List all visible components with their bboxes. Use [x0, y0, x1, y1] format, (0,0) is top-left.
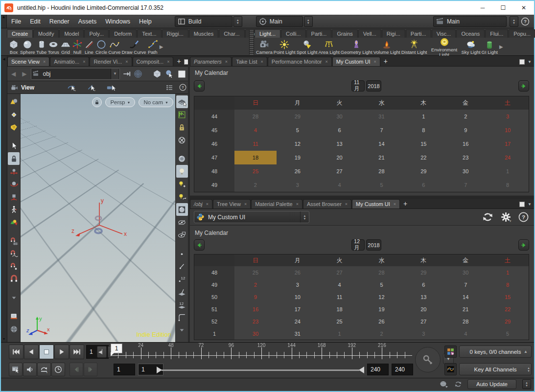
shelf-tab[interactable]: Parti...	[406, 29, 431, 38]
calendar-day-cell[interactable]: 4	[444, 327, 487, 340]
network-tab[interactable]: Material Palette×	[251, 199, 302, 208]
shelf-tool-torus[interactable]: Torus	[48, 39, 59, 55]
calendar-day-cell[interactable]: 8	[487, 178, 529, 192]
shelf-tool-tube[interactable]: Tube	[36, 39, 47, 55]
scene-tab[interactable]: Animatio...×	[50, 57, 89, 66]
shelf-tab[interactable]: Text...	[137, 29, 161, 38]
calendar-day-cell[interactable]: 5	[487, 327, 529, 340]
shelf-tab[interactable]: Create	[7, 29, 33, 38]
shelf-tool-gi-light[interactable]: GI Light	[482, 39, 498, 55]
calendar-day-cell[interactable]: 6	[402, 178, 444, 192]
calendar-day-cell[interactable]: 28	[234, 110, 277, 123]
shelf-tool-environment-light[interactable]: Environment Light	[428, 37, 461, 57]
calendar-day-cell[interactable]: 28	[361, 164, 403, 178]
playbar-options-icon[interactable]	[9, 363, 23, 376]
calendar-day-cell[interactable]: 15	[402, 137, 444, 151]
calendar-day-cell[interactable]: 26	[277, 266, 319, 278]
calendar-day-cell[interactable]: 12	[277, 137, 319, 151]
shelf-tool-point-light[interactable]: Point Light	[274, 39, 296, 55]
jump-end-button[interactable]	[70, 345, 84, 359]
update-mode-refresh-icon[interactable]	[454, 380, 463, 389]
sim-reset-icon[interactable]: ▾	[37, 363, 51, 376]
pin-icon[interactable]	[122, 69, 131, 78]
calendar-day-cell[interactable]: 28	[361, 266, 403, 278]
viewbar-help-icon[interactable]: ?	[179, 83, 187, 92]
visible-objects-icon[interactable]	[176, 229, 188, 241]
realtime-clock-icon[interactable]	[51, 363, 65, 376]
path-dropdown-arrow-icon[interactable]: ▼	[111, 69, 118, 79]
select-dynamics-icon[interactable]	[8, 121, 20, 134]
tab-close-icon[interactable]: ×	[326, 59, 328, 64]
maximize-pane-icon[interactable]	[519, 59, 525, 65]
snapshot-cube-icon[interactable]	[152, 69, 162, 79]
view-camera-icon[interactable]	[10, 83, 19, 92]
calendar-day-cell[interactable]: 4	[234, 123, 277, 137]
param-tab[interactable]: Performance Monitor×	[268, 57, 332, 66]
shelf-divider[interactable]	[249, 29, 254, 55]
range-start-handle[interactable]	[157, 367, 162, 373]
global-range-end-field[interactable]: 240	[392, 364, 413, 375]
hqueue-icon[interactable]	[176, 108, 188, 121]
calendar-day-cell[interactable]: 10	[277, 291, 319, 303]
handles-icon[interactable]	[8, 216, 20, 229]
calendar-day-cell[interactable]: 12	[361, 291, 403, 303]
scene-tab[interactable]: Composit...×	[133, 57, 174, 66]
calendar-day-cell[interactable]: 16	[444, 137, 487, 151]
shelf-tab[interactable]: Flui...	[485, 29, 508, 38]
calendar-day-cell[interactable]: 1	[487, 164, 529, 178]
calendar-day-cell[interactable]: 18	[319, 303, 361, 315]
calendar-day-cell[interactable]: 1	[402, 110, 444, 123]
calendar-day-cell[interactable]: 2	[444, 110, 487, 123]
calendar-day-cell[interactable]: 1	[319, 327, 361, 340]
script-selector-spinner[interactable]: ▲▼	[300, 211, 309, 223]
move-light-icon[interactable]	[176, 190, 188, 203]
calendar-day-cell[interactable]: 19	[361, 303, 403, 315]
display-options-icon[interactable]	[165, 83, 174, 92]
minimize-button[interactable]: ─	[472, 1, 493, 15]
calendar-day-cell[interactable]: 30	[444, 266, 487, 278]
calendar-day-cell[interactable]: 21	[361, 151, 403, 164]
shelf-tool-grid[interactable]: Grid	[60, 39, 71, 55]
shelf-tool-geometry-light[interactable]: Geometry Light	[341, 39, 372, 55]
shelf-tool-distant-light[interactable]: Distant Light	[401, 39, 427, 55]
more-chevron-icon[interactable]	[176, 323, 188, 336]
point-normal-icon[interactable]	[176, 260, 188, 273]
calendar-day-cell[interactable]: 3	[277, 178, 319, 192]
calendar-day-cell[interactable]: 26	[277, 164, 319, 178]
calendar-day-cell[interactable]: 3	[277, 278, 319, 291]
calendar-day-cell[interactable]: 25	[234, 266, 277, 278]
calendar-day-cell[interactable]: 28	[444, 315, 487, 327]
calendar-day-cell[interactable]: 27	[319, 266, 361, 278]
calendar-day-cell[interactable]: 27	[319, 164, 361, 178]
tab-close-icon[interactable]: ×	[43, 59, 46, 64]
desktop-spinner[interactable]: ▲▼	[233, 16, 242, 27]
help-icon[interactable]: ?	[520, 17, 530, 26]
calendar-day-cell[interactable]: 13	[402, 291, 444, 303]
headlight-icon[interactable]	[176, 165, 188, 178]
timeline-ruler[interactable]: 1 24487296120144168192216	[111, 343, 412, 361]
reload-icon[interactable]	[482, 211, 494, 223]
calendar-day-cell[interactable]: 22	[402, 151, 444, 164]
calendar-day-cell[interactable]: 19	[277, 151, 319, 164]
calendar-day-cell[interactable]: 9	[234, 291, 277, 303]
tab-close-icon[interactable]: ×	[244, 202, 247, 207]
shelf-tab[interactable]: Deform	[109, 29, 137, 38]
tab-close-icon[interactable]: ×	[373, 59, 376, 64]
point-marker-icon[interactable]	[176, 247, 188, 260]
calendar-day-cell[interactable]: 4	[319, 178, 361, 192]
tab-close-icon[interactable]: ×	[125, 59, 128, 64]
radar-icon[interactable]	[134, 69, 142, 78]
scene-spinner[interactable]: ▲▼	[304, 16, 313, 27]
calendar-day-cell[interactable]: 6	[319, 123, 361, 137]
playback-range-slider[interactable]	[157, 368, 364, 372]
month-button[interactable]: 12月	[351, 239, 365, 251]
shelf-overflow-arrow-icon[interactable]: ▶	[160, 44, 163, 49]
calendar-day-cell[interactable]: 22	[487, 303, 529, 315]
key-all-channels-button[interactable]: Key All Channels▲▼	[459, 363, 532, 375]
new-tab-icon[interactable]: +	[174, 57, 184, 66]
tab-close-icon[interactable]: ×	[261, 59, 263, 64]
calendar-day-cell[interactable]: 25	[234, 164, 277, 178]
calendar-day-cell[interactable]: 11	[319, 291, 361, 303]
scoped-channels-icon[interactable]	[444, 346, 457, 358]
calendar-day-cell[interactable]: 6	[402, 278, 444, 291]
